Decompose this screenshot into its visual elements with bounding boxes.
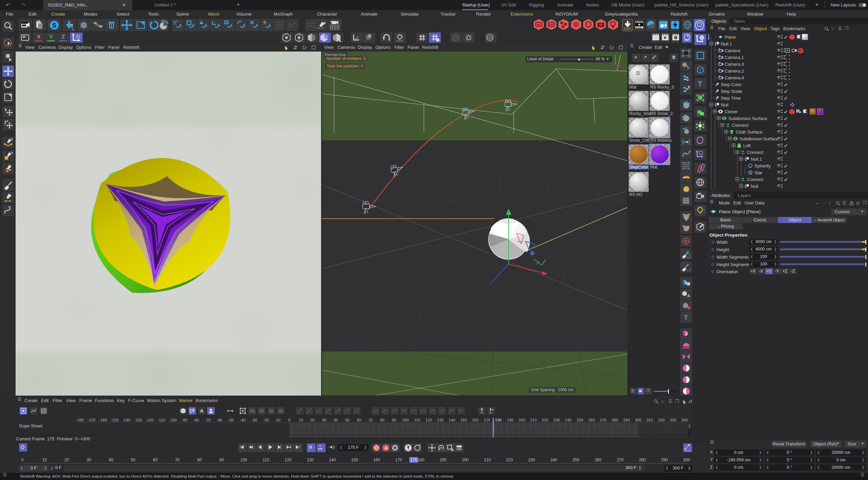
svg-text:X: X: [688, 85, 690, 89]
svg-text:T: T: [684, 314, 688, 321]
svg-text:AOV: AOV: [549, 23, 554, 26]
svg-text:A: A: [319, 444, 321, 447]
svg-text:A: A: [200, 408, 203, 414]
svg-text:X: X: [620, 62, 622, 66]
svg-text:A: A: [384, 445, 388, 451]
svg-text:Y: Y: [614, 54, 616, 58]
svg-text:S: S: [52, 22, 57, 29]
svg-text:T: T: [698, 80, 703, 88]
svg-text:RV: RV: [537, 23, 541, 26]
